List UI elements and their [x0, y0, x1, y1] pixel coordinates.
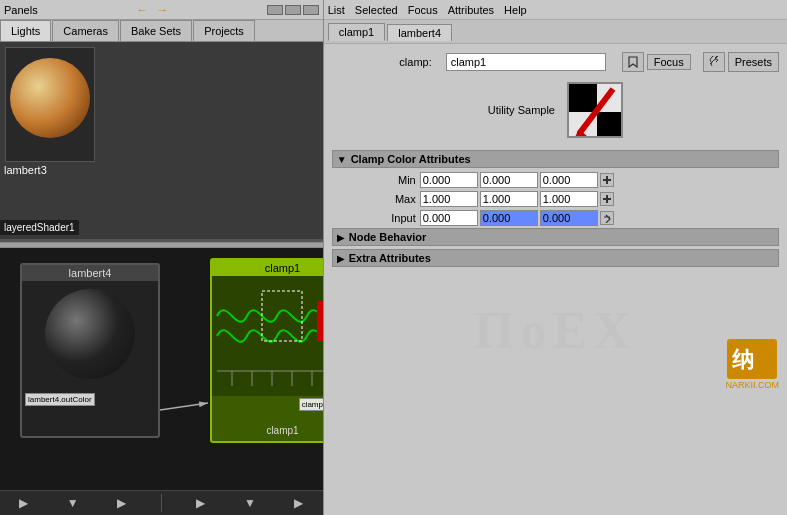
tab-bake-sets[interactable]: Bake Sets [120, 20, 192, 41]
max-v1[interactable] [420, 191, 478, 207]
bookmark-icon [627, 56, 639, 68]
menu-list[interactable]: List [328, 4, 345, 16]
tab-lights[interactable]: Lights [0, 20, 51, 41]
node-clamp1[interactable]: clamp1 [210, 258, 323, 443]
name-row: clamp: Focus Presets [332, 52, 779, 72]
node-behavior-section[interactable]: ▶ Node Behavior [332, 228, 779, 246]
attr-row-max: Max [332, 190, 779, 208]
play-btn-right[interactable]: ▶ [192, 496, 209, 510]
menu-help[interactable]: Help [504, 4, 527, 16]
node-clamp1-visual [212, 276, 323, 396]
svg-rect-1 [317, 301, 323, 341]
panel-tabs: Lights Cameras Bake Sets Projects [0, 20, 323, 42]
attr-tabs: clamp1 lambert4 [324, 20, 787, 44]
utility-swatch [567, 82, 623, 138]
play-btn-left[interactable]: ▶ [15, 496, 32, 510]
narkii-icon-svg: 纳 [727, 339, 777, 379]
min-v2[interactable] [480, 172, 538, 188]
min-expand-btn[interactable] [600, 173, 614, 187]
arrow-right-btn[interactable]: → [154, 3, 170, 17]
svg-text:纳: 纳 [731, 347, 754, 372]
sphere-preview-box [5, 47, 95, 162]
min-label: Min [336, 174, 416, 186]
clamp-wave-svg [212, 276, 323, 396]
input-expand-icon [602, 213, 612, 223]
menu-selected[interactable]: Selected [355, 4, 398, 16]
play-btn-right2[interactable]: ▶ [290, 496, 307, 510]
watermark-area: ΠoEX 纳 NARKII.COM [332, 270, 779, 390]
extra-btns: Presets [703, 52, 779, 72]
port-outcolor-label: lambert4.outColor [25, 393, 95, 406]
input-v2[interactable] [480, 210, 538, 226]
down-btn-right[interactable]: ▼ [240, 496, 260, 510]
input-expand-btn[interactable] [600, 211, 614, 225]
max-v3[interactable] [540, 191, 598, 207]
node-graph: lambert4 lambert4.outColor clamp1 [0, 248, 323, 515]
arrow-left-btn[interactable]: ← [134, 3, 150, 17]
node-lambert4[interactable]: lambert4 lambert4.outColor [20, 263, 160, 438]
menu-focus[interactable]: Focus [408, 4, 438, 16]
preview-sphere [10, 58, 90, 138]
divider [161, 494, 162, 512]
clamp-name-input[interactable] [446, 53, 606, 71]
menu-attributes[interactable]: Attributes [448, 4, 494, 16]
panels-title: Panels [4, 4, 38, 16]
close-left-btn[interactable] [303, 5, 319, 15]
menu-bar: List Selected Focus Attributes Help [324, 0, 787, 20]
chain-btn[interactable] [703, 52, 725, 72]
input-v3[interactable] [540, 210, 598, 226]
max-label: Max [336, 193, 416, 205]
narkii-logo: 纳 NARKII.COM [725, 339, 779, 390]
utility-swatch-svg [569, 84, 623, 138]
svg-rect-0 [262, 291, 302, 341]
panels-arrows: ← → [134, 3, 170, 17]
section-expand-icon: ▼ [337, 154, 347, 165]
min-expand-icon [602, 175, 612, 185]
max-expand-btn[interactable] [600, 192, 614, 206]
attr-tab-lambert4[interactable]: lambert4 [387, 24, 452, 41]
svg-line-10 [160, 403, 208, 410]
node-clamp1-header: clamp1 [212, 260, 323, 276]
clamp-color-section: ▼ Clamp Color Attributes Min Max [332, 150, 779, 227]
svg-rect-19 [606, 195, 608, 203]
extra-attributes-title: Extra Attributes [349, 252, 431, 264]
utility-sample-row: Utility Sample [332, 82, 779, 138]
minimize-btn[interactable] [267, 5, 283, 15]
node-lambert4-sphere [45, 289, 135, 379]
input-label: Input [336, 212, 416, 224]
name-buttons: Focus [622, 52, 691, 72]
attr-row-input: Input [332, 209, 779, 227]
focus-btn[interactable]: Focus [647, 54, 691, 70]
bottom-controls: ▶ ▼ ▶ ▶ ▼ ▶ [0, 490, 323, 515]
max-v2[interactable] [480, 191, 538, 207]
extra-attributes-section[interactable]: ▶ Extra Attributes [332, 249, 779, 267]
preview-label: lambert3 [0, 162, 51, 178]
port-input-label: clamp1.input [299, 398, 323, 411]
node-clamp1-footer: clamp1 [212, 425, 323, 436]
max-expand-icon [602, 194, 612, 204]
play-btn-left2[interactable]: ▶ [113, 496, 130, 510]
input-v1[interactable] [420, 210, 478, 226]
bookmark-btn[interactable] [622, 52, 644, 72]
extra-attributes-expand-icon: ▶ [337, 253, 345, 264]
node-behavior-title: Node Behavior [349, 231, 427, 243]
clamp-label: clamp: [332, 56, 432, 68]
clamp-color-title: Clamp Color Attributes [351, 153, 471, 165]
min-v3[interactable] [540, 172, 598, 188]
presets-btn[interactable]: Presets [728, 52, 779, 72]
restore-btn[interactable] [285, 5, 301, 15]
preview-area: lambert3 layeredShader1 [0, 42, 323, 242]
attr-row-min: Min [332, 171, 779, 189]
down-btn-left[interactable]: ▼ [63, 496, 83, 510]
utility-label: Utility Sample [488, 104, 555, 116]
tab-cameras[interactable]: Cameras [52, 20, 119, 41]
chain-icon [708, 56, 720, 68]
shader-label: layeredShader1 [0, 220, 79, 235]
section-header-clamp-color[interactable]: ▼ Clamp Color Attributes [332, 150, 779, 168]
tab-projects[interactable]: Projects [193, 20, 255, 41]
noex-watermark: ΠoEX [474, 301, 637, 360]
min-v1[interactable] [420, 172, 478, 188]
right-panel: List Selected Focus Attributes Help clam… [324, 0, 787, 515]
attr-tab-clamp1[interactable]: clamp1 [328, 23, 385, 41]
node-behavior-expand-icon: ▶ [337, 232, 345, 243]
